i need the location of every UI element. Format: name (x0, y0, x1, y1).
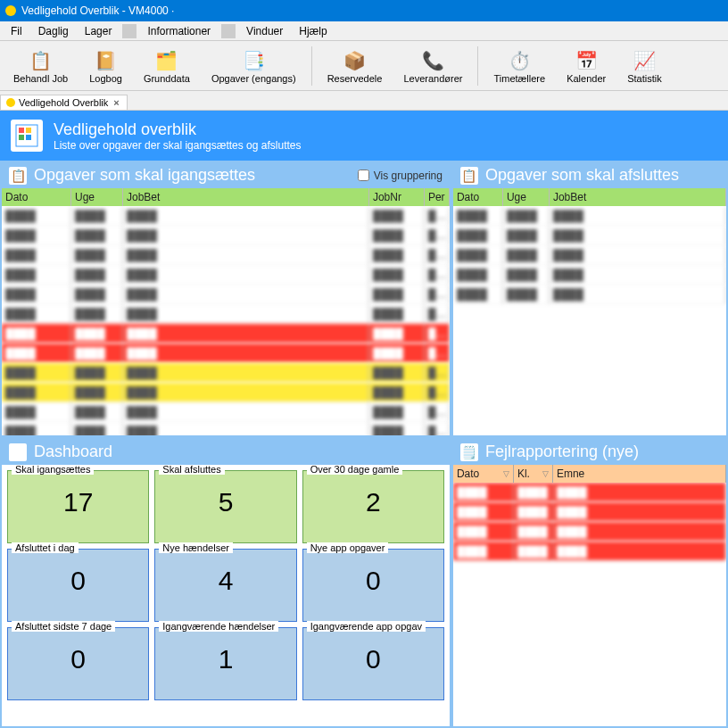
vis-gruppering-checkbox[interactable]: Vis gruppering (356, 170, 443, 182)
menu-fil[interactable]: Fil (4, 23, 29, 39)
dashboard-card[interactable]: Skal igangsættes17 (7, 470, 149, 543)
table-row[interactable]: ████████████████████ (2, 304, 450, 324)
toolbar: 📋Behandl Job📔Logbog🗂️Grunddata📑Opgaver (… (0, 41, 728, 91)
col-dato[interactable]: Dato▽ (453, 465, 514, 483)
cell: ████ (503, 285, 550, 303)
table-row[interactable]: ████████████████████ (2, 265, 450, 285)
toolbar-leverand-rer[interactable]: 📞Leverandører (393, 43, 472, 89)
toolbar-label: Timetællere (493, 73, 545, 84)
table-row[interactable]: ████████████████████ (2, 245, 450, 265)
menu-hjaelp[interactable]: Hjælp (292, 23, 334, 39)
table-row[interactable]: ████████████ (453, 522, 726, 542)
menu-informationer[interactable]: Informationer (140, 23, 218, 39)
table-row[interactable]: ████████████ (453, 483, 726, 502)
dashboard-card[interactable]: Afsluttet sidste 7 dage0 (7, 627, 149, 700)
table-row[interactable]: ████████████████████ (2, 285, 450, 304)
toolbar-logbog[interactable]: 📔Logbog (79, 43, 132, 89)
col-dato[interactable]: Dato (2, 188, 71, 206)
table-row[interactable]: ████████████ (453, 206, 726, 226)
col-uge[interactable]: Uge (503, 188, 550, 206)
cell: ████ (553, 523, 726, 541)
cell: ████ (503, 227, 550, 244)
menu-vinduer[interactable]: Vinduer (239, 23, 290, 39)
toolbar-kalender[interactable]: 📅Kalender (557, 43, 616, 89)
toolbar-label: Behandl Job (13, 73, 68, 84)
col-per[interactable]: Per (425, 188, 450, 206)
dashboard-card[interactable]: Skal afsluttes5 (154, 470, 296, 543)
table-row[interactable]: ████████████ (453, 226, 726, 245)
dashboard-card[interactable]: Nye hændelser4 (154, 549, 296, 622)
toolbar-grunddata[interactable]: 🗂️Grunddata (134, 43, 200, 89)
cell: ████ (514, 523, 553, 541)
cell: ████ (550, 227, 726, 244)
clipboard-icon: 📋 (9, 167, 27, 185)
svg-rect-1 (19, 128, 24, 133)
toolbar-separator (477, 46, 478, 86)
cell: ████ (123, 423, 369, 436)
table-row[interactable]: ████████████ (453, 265, 726, 285)
table-row[interactable]: ████████████████████ (2, 343, 450, 363)
col-uge[interactable]: Uge (71, 188, 123, 206)
col-jobnr[interactable]: JobNr (369, 188, 425, 206)
table-row[interactable]: ████████████████████ (2, 206, 450, 226)
cell: ████ (453, 542, 514, 560)
col-emne[interactable]: Emne (553, 465, 726, 483)
toolbar-statistik[interactable]: 📈Statistik (617, 43, 672, 89)
cell: ████ (369, 266, 425, 284)
menu-daglig[interactable]: Daglig (31, 23, 76, 39)
fejl-title: Fejlrapportering (nye) (485, 443, 639, 461)
table-row[interactable]: ████████████ (453, 542, 726, 561)
table-row[interactable]: ████████████████████ (2, 402, 450, 422)
table-row[interactable]: ████████████ (453, 245, 726, 265)
table-row[interactable]: ████████████████████ (2, 363, 450, 383)
toolbar-icon: 📔 (94, 48, 119, 73)
toolbar-timet-llere[interactable]: ⏱️Timetællere (484, 43, 555, 89)
dashboard-card[interactable]: Igangværende hændelser1 (154, 627, 296, 700)
col-jobbet[interactable]: JobBet (123, 188, 369, 206)
sort-icon[interactable]: ▽ (503, 469, 509, 478)
table-row[interactable]: ████████████████████ (2, 226, 450, 245)
grid-body[interactable]: ████████████████████████████████████████… (453, 483, 726, 726)
col-jobbet[interactable]: JobBet (550, 188, 726, 206)
toolbar-behandl-job[interactable]: 📋Behandl Job (4, 43, 78, 89)
grid-body[interactable]: ████████████████████████████████████████… (453, 206, 726, 435)
tab-vedligehold-overblik[interactable]: Vedligehold Overblik × (0, 95, 128, 110)
cell: ████ (123, 246, 369, 264)
table-row[interactable]: ████████████████████ (2, 383, 450, 402)
panel-dashboard: ◐ Dashboard Skal igangsættes17Skal afslu… (0, 437, 451, 728)
col-kl[interactable]: Kl.▽ (514, 465, 553, 483)
grid-body[interactable]: ████████████████████████████████████████… (2, 206, 450, 435)
dashboard-card[interactable]: Over 30 dage gamle2 (302, 470, 444, 543)
table-row[interactable]: ████████████ (453, 285, 726, 304)
card-value: 5 (159, 475, 292, 530)
tab-icon (6, 98, 15, 107)
cell: ████ (123, 384, 369, 401)
cell: ████ (425, 305, 450, 323)
panel-start: 📋 Opgaver som skal igangsættes Vis grupp… (0, 161, 451, 437)
cell: ████ (369, 207, 425, 225)
table-row[interactable]: ████████████████████ (2, 422, 450, 435)
toolbar-opgaver-engangs-[interactable]: 📑Opgaver (engangs) (202, 43, 306, 89)
dashboard-card[interactable]: Afsluttet i dag0 (7, 549, 149, 622)
cell: ████ (2, 384, 71, 401)
cell: ████ (71, 384, 123, 401)
col-dato[interactable]: Dato (453, 188, 503, 206)
cell: ████ (123, 403, 369, 421)
cell: ████ (2, 403, 71, 421)
dashboard-card[interactable]: Nye app opgaver0 (302, 549, 444, 622)
dashboard-card[interactable]: Igangværende app opgav0 (302, 627, 444, 700)
dashboard-body: Skal igangsættes17Skal afsluttes5Over 30… (2, 465, 450, 726)
toolbar-reservedele[interactable]: 📦Reservedele (318, 43, 393, 89)
page-title: Vedligehold overblik (54, 120, 302, 139)
tab-close-icon[interactable]: × (112, 97, 120, 108)
table-row[interactable]: ████████████ (453, 502, 726, 522)
card-value: 0 (12, 632, 145, 687)
cell: ████ (550, 207, 726, 225)
grid-header: Dato Uge JobBet JobNr Per (2, 188, 450, 206)
vis-gruppering-input[interactable] (358, 170, 369, 181)
sort-icon[interactable]: ▽ (542, 469, 549, 478)
menu-lager[interactable]: Lager (78, 23, 120, 39)
toolbar-icon: 📈 (632, 48, 657, 73)
cell: ████ (453, 503, 514, 521)
table-row[interactable]: ████████████████████ (2, 324, 450, 343)
